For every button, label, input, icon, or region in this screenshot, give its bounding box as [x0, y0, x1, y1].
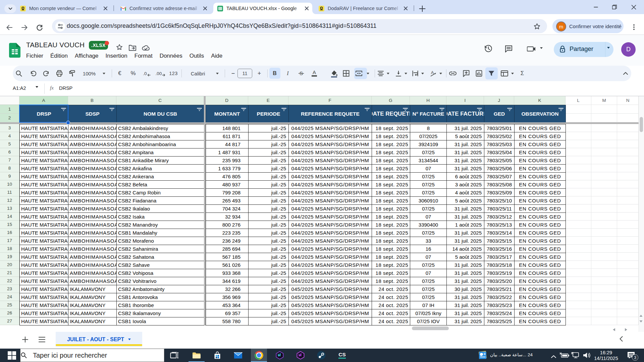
svg-text:A: A: [313, 70, 316, 75]
